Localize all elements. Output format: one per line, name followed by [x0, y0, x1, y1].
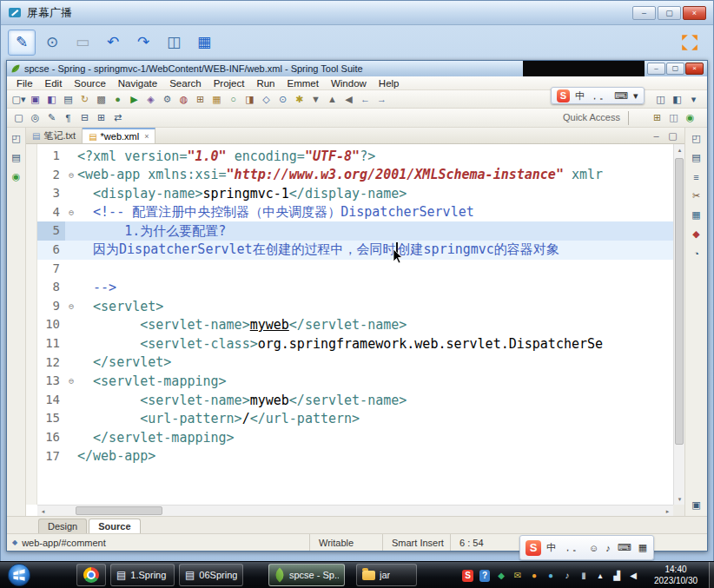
ime-punct-icon[interactable]: ，。 — [590, 89, 609, 103]
zoom-tool-icon[interactable]: ⊙ — [38, 30, 66, 56]
save-all-icon[interactable]: ◧ — [44, 92, 59, 107]
ime-toolbox-icon[interactable]: ▦ — [638, 540, 647, 555]
expand-all-icon[interactable]: ⊞ — [94, 110, 109, 125]
quick-access[interactable]: Quick Access — [563, 112, 620, 122]
menu-emmet[interactable]: Emmet — [281, 78, 325, 89]
scroll-down-icon[interactable]: ▾ — [674, 493, 684, 505]
open-perspective-icon[interactable]: ⊞ — [650, 110, 664, 125]
forward-icon[interactable]: → — [374, 92, 389, 107]
code-lines[interactable]: 1<?xml version="1.0" encoding="UTF-8"?>2… — [37, 144, 673, 505]
external-tools-icon[interactable]: ⚙ — [160, 92, 175, 107]
jar-export-icon[interactable]: ◨ — [242, 92, 257, 107]
message-tray-icon[interactable]: ✉ — [512, 570, 523, 582]
ime-keyboard-icon[interactable]: ⌨ — [614, 89, 628, 103]
menu-project[interactable]: Project — [208, 78, 251, 89]
editor-list-icon[interactable]: ◫ — [653, 92, 668, 107]
snippets-icon[interactable]: ✂ — [689, 188, 704, 203]
detach-icon[interactable]: ◧ — [670, 92, 684, 107]
collapse-all-icon[interactable]: ⊟ — [77, 110, 92, 125]
code-line[interactable]: 1<?xml version="1.0" encoding="UTF-8"?> — [37, 147, 673, 166]
code-line[interactable]: 4⊖ <!-- 配置注册中央控制器（中央调度器）DispatcherServle… — [37, 203, 673, 222]
menu-window[interactable]: Window — [325, 78, 373, 89]
vertical-scroll-thumb[interactable] — [675, 158, 684, 445]
history-icon[interactable]: ◔ — [689, 246, 704, 261]
network-tray-icon[interactable]: ▟ — [612, 570, 622, 582]
taskbar-item-chrome[interactable] — [76, 564, 106, 586]
code-line[interactable]: 7 — [37, 260, 673, 279]
taskbar-item-spring[interactable]: spcse - Sp... — [268, 564, 345, 586]
ime-mode-icon[interactable]: 中 — [575, 89, 585, 103]
code-line[interactable]: 9⊖ <servlet> — [37, 297, 673, 316]
tab-source[interactable]: Source — [89, 519, 140, 533]
taskbar-item-doc[interactable]: ▤06Spring... — [179, 564, 243, 586]
code-line[interactable]: 11 <servlet-class>org.springframework.we… — [37, 334, 673, 353]
screenshot-tool-icon[interactable]: ▭ — [69, 30, 96, 56]
code-line[interactable]: 14 <servlet-name>myweb</servlet-name> — [37, 391, 673, 410]
new-package-icon[interactable]: ▦ — [209, 92, 224, 107]
link-with-editor-icon[interactable]: ⇄ — [110, 110, 125, 125]
task-list-icon[interactable]: ▤ — [689, 150, 704, 165]
restore-view-icon[interactable]: ◰ — [689, 131, 704, 146]
broadcast-close-button[interactable]: × — [683, 6, 706, 20]
scroll-left-icon[interactable]: ◂ — [37, 505, 49, 516]
taskbar-clock[interactable]: 14:40 2023/10/30 — [648, 564, 704, 586]
sogou-tray-icon[interactable]: S — [462, 570, 473, 582]
tab-design[interactable]: Design — [38, 519, 87, 533]
ime-emoji-icon[interactable]: ☺ — [589, 540, 598, 555]
expand-arrows-icon[interactable] — [680, 33, 699, 52]
undo-icon[interactable]: ↶ — [99, 30, 127, 56]
toolbar-more-icon[interactable]: ▾ — [686, 92, 701, 107]
open-task-icon[interactable]: ◎ — [28, 110, 43, 125]
maximize-editor-icon[interactable]: ▢ — [665, 129, 680, 143]
menu-help[interactable]: Help — [373, 78, 406, 89]
music-tray-icon[interactable]: ♪ — [562, 570, 572, 582]
code-line[interactable]: 12 </servlet> — [37, 353, 673, 373]
next-annotation-icon[interactable]: ▼ — [308, 92, 323, 107]
servers-icon[interactable]: ▦ — [689, 208, 704, 222]
share-screen-icon[interactable]: ▦ — [190, 30, 218, 56]
hidden-icons-tray-icon[interactable]: ▴ — [595, 570, 605, 582]
search-icon[interactable]: ⊙ — [275, 92, 290, 107]
code-line[interactable]: 16 </servlet-mapping> — [37, 428, 673, 447]
menu-file[interactable]: File — [10, 78, 39, 89]
eclipse-maximize-button[interactable]: ▢ — [666, 63, 684, 75]
print-icon[interactable]: ▤ — [61, 92, 76, 107]
java-ee-perspective-icon[interactable]: ◫ — [666, 110, 681, 125]
package-explorer-icon[interactable]: ▤ — [9, 150, 23, 165]
menu-search[interactable]: Search — [163, 78, 207, 89]
menu-run[interactable]: Run — [250, 78, 281, 89]
restore-view-icon[interactable]: ◰ — [9, 131, 23, 146]
taskbar-item-doc[interactable]: ▤1.Spring ... — [110, 564, 175, 586]
ime-more-icon[interactable]: ▾ — [633, 89, 638, 103]
redo-icon[interactable]: ↷ — [129, 30, 157, 56]
start-button[interactable] — [7, 563, 31, 587]
javadoc-icon[interactable]: ◇ — [259, 92, 274, 107]
last-edit-location-icon[interactable]: ◀ — [341, 92, 356, 107]
fold-minus-icon[interactable]: ⊖ — [65, 301, 77, 311]
eclipse-minimize-button[interactable]: – — [647, 63, 665, 75]
broadcast-minimize-button[interactable]: – — [632, 6, 656, 20]
ime-keyboard-icon[interactable]: ⌨ — [618, 540, 631, 555]
taskbar-item-folder[interactable]: jar — [356, 564, 417, 586]
spring-perspective-icon[interactable]: ◉ — [683, 110, 697, 125]
prev-annotation-icon[interactable]: ▲ — [325, 92, 340, 107]
error-log-icon[interactable]: ◆ — [689, 227, 704, 241]
code-line[interactable]: 3 <display-name>springmvc-1</display-nam… — [37, 184, 673, 203]
sogou-logo-icon[interactable]: S — [557, 89, 570, 102]
code-line[interactable]: 6 因为DispatcherServlet在创建的过程中，会同时创建spring… — [37, 241, 673, 260]
close-icon[interactable]: × — [144, 132, 149, 141]
pen-tool-icon[interactable]: ✎ — [8, 30, 36, 56]
scroll-right-icon[interactable]: ▸ — [662, 505, 673, 516]
volume-tray-icon[interactable]: ◀ — [628, 570, 638, 582]
vertical-scrollbar[interactable]: ▴ ▾ — [673, 144, 684, 505]
ime-punct-icon[interactable]: ，。 — [563, 540, 582, 555]
ime-mic-icon[interactable]: ♪ — [605, 540, 611, 555]
debug-icon[interactable]: ● — [110, 92, 125, 107]
code-line[interactable]: 13⊖ <servlet-mapping> — [37, 372, 673, 391]
console-icon[interactable]: ▣ — [689, 498, 704, 512]
save-icon[interactable]: ▣ — [28, 92, 43, 107]
usb-tray-icon[interactable]: ▮ — [578, 570, 589, 582]
editor-tab[interactable]: ▤*web.xml× — [83, 128, 155, 143]
mark-occurrences-icon[interactable]: ✱ — [292, 92, 307, 107]
fold-minus-icon[interactable]: ⊖ — [65, 170, 77, 180]
